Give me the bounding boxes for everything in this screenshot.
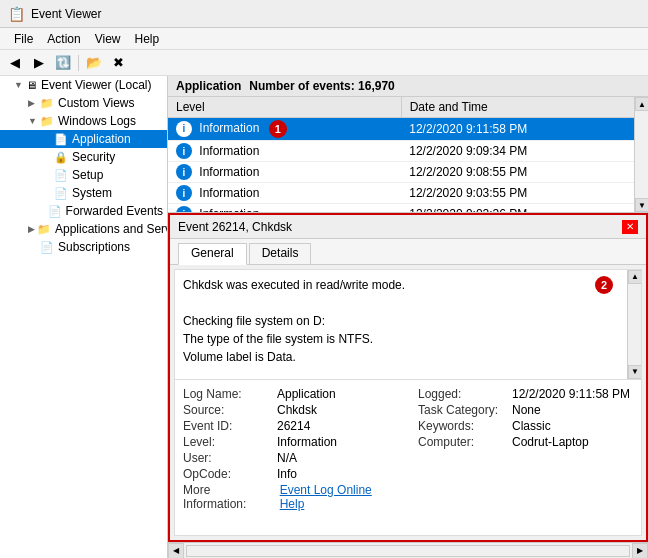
table-row[interactable]: i Information 12/2/2020 9:03:55 PM	[168, 183, 648, 204]
scroll-up-btn[interactable]: ▲	[635, 97, 648, 111]
tree-icon: 🖥	[26, 79, 37, 91]
folder-icon: 📁	[37, 223, 51, 236]
field-label: Event ID:	[183, 419, 273, 433]
field-logged: Logged: 12/2/2020 9:11:58 PM	[418, 386, 633, 402]
col-datetime[interactable]: Date and Time	[401, 97, 648, 118]
level-text: Information	[199, 165, 259, 179]
events-count: Number of events: 16,970	[249, 79, 394, 93]
toolbar-close[interactable]: ✖	[107, 53, 129, 73]
cell-datetime: 12/2/2020 9:08:55 PM	[401, 162, 648, 183]
field-label: Log Name:	[183, 387, 273, 401]
field-label: More Information:	[183, 483, 276, 511]
cell-datetime: 12/2/2020 9:09:34 PM	[401, 141, 648, 162]
field-value: Info	[277, 467, 297, 481]
field-taskcategory: Task Category: None	[418, 402, 633, 418]
tree-label: Forwarded Events	[66, 204, 163, 218]
tree-label: Application	[72, 132, 131, 146]
cell-level: i Information	[168, 162, 401, 183]
toolbar-open[interactable]: 📂	[83, 53, 105, 73]
scroll-left-btn[interactable]: ◀	[168, 543, 184, 559]
field-computer: Computer: Codrut-Laptop	[418, 434, 633, 450]
scroll-down-btn[interactable]: ▼	[635, 198, 648, 212]
level-text: Information	[199, 121, 259, 135]
main-layout: ▼ 🖥 Event Viewer (Local) ▶ 📁 Custom View…	[0, 76, 648, 558]
tree-label: Windows Logs	[58, 114, 136, 128]
level-text: Information	[199, 144, 259, 158]
field-value: None	[512, 403, 541, 417]
cell-datetime: 12/2/2020 9:03:55 PM	[401, 183, 648, 204]
tree-custom-views[interactable]: ▶ 📁 Custom Views	[0, 94, 167, 112]
desc-scrollbar[interactable]: ▲ ▼	[627, 270, 641, 379]
expand-icon: ▶	[28, 98, 38, 108]
info-icon: i	[176, 164, 192, 180]
menu-file[interactable]: File	[8, 30, 39, 48]
field-value: Classic	[512, 419, 551, 433]
detail-tabs: General Details	[170, 239, 646, 265]
tab-general[interactable]: General	[178, 243, 247, 265]
right-panel: Application Number of events: 16,970 Lev…	[168, 76, 648, 558]
tab-details[interactable]: Details	[249, 243, 312, 264]
scroll-right-btn[interactable]: ▶	[632, 543, 648, 559]
tree-event-viewer[interactable]: ▼ 🖥 Event Viewer (Local)	[0, 76, 167, 94]
toolbar-back[interactable]: ◀	[4, 53, 26, 73]
field-value: Application	[277, 387, 336, 401]
field-opcode: OpCode: Info	[183, 466, 398, 482]
tree-windows-logs[interactable]: ▼ 📁 Windows Logs	[0, 112, 167, 130]
horizontal-scrollbar[interactable]	[186, 545, 630, 557]
info-icon: i	[176, 206, 192, 212]
cell-datetime: 12/2/2020 9:02:36 PM	[401, 204, 648, 213]
info-icon: i	[176, 121, 192, 137]
tree-subscriptions[interactable]: 📄 Subscriptions	[0, 238, 167, 256]
field-label: Source:	[183, 403, 273, 417]
col-level[interactable]: Level	[168, 97, 401, 118]
table-row[interactable]: i Information 12/2/2020 9:08:55 PM	[168, 162, 648, 183]
scroll-track	[635, 111, 648, 198]
toolbar-forward[interactable]: ▶	[28, 53, 50, 73]
desc-line-5: Volume label is Data.	[183, 348, 633, 366]
events-table: Level Date and Time i Information 1 12/2…	[168, 97, 648, 212]
events-list-container: Level Date and Time i Information 1 12/2…	[168, 97, 648, 212]
cell-level: i Information 1	[168, 118, 401, 141]
detail-close-button[interactable]: ✕	[622, 220, 638, 234]
field-label: OpCode:	[183, 467, 273, 481]
detail-panel: Event 26214, Chkdsk ✕ General Details Ch…	[168, 213, 648, 542]
tree-security[interactable]: 🔒 Security	[0, 148, 167, 166]
field-eventid: Event ID: 26214	[183, 418, 398, 434]
log-icon: 📄	[54, 169, 68, 182]
tree-label: Setup	[72, 168, 103, 182]
menu-view[interactable]: View	[89, 30, 127, 48]
events-scrollbar[interactable]: ▲ ▼	[634, 97, 648, 212]
desc-scroll-down[interactable]: ▼	[628, 365, 641, 379]
events-header: Application Number of events: 16,970	[168, 76, 648, 97]
fields-left-col: Log Name: Application Source: Chkdsk Eve…	[183, 386, 398, 529]
field-label: Level:	[183, 435, 273, 449]
tree-setup[interactable]: 📄 Setup	[0, 166, 167, 184]
tree-label: System	[72, 186, 112, 200]
detail-title: Event 26214, Chkdsk	[178, 220, 292, 234]
bottom-scrollbar-bar: ◀ ▶	[168, 542, 648, 558]
detail-fields: Log Name: Application Source: Chkdsk Eve…	[175, 380, 641, 535]
badge-1: 1	[269, 120, 287, 138]
field-user: User: N/A	[183, 450, 398, 466]
menu-action[interactable]: Action	[41, 30, 86, 48]
field-keywords: Keywords: Classic	[418, 418, 633, 434]
expand-icon: ▼	[28, 116, 38, 126]
table-row[interactable]: i Information 12/2/2020 9:09:34 PM	[168, 141, 648, 162]
menu-help[interactable]: Help	[129, 30, 166, 48]
desc-scroll-up[interactable]: ▲	[628, 270, 641, 284]
toolbar-separator	[78, 55, 79, 71]
event-log-online-help-link[interactable]: Event Log Online Help	[280, 483, 398, 511]
table-row[interactable]: i Information 1 12/2/2020 9:11:58 PM	[168, 118, 648, 141]
app-icon: 📋	[8, 6, 25, 22]
detail-title-bar: Event 26214, Chkdsk ✕	[170, 215, 646, 239]
toolbar-refresh[interactable]: 🔃	[52, 53, 74, 73]
tree-forwarded[interactable]: 📄 Forwarded Events	[0, 202, 167, 220]
tree-system[interactable]: 📄 System	[0, 184, 167, 202]
toolbar: ◀ ▶ 🔃 📂 ✖	[0, 50, 648, 76]
cell-level: i Information	[168, 141, 401, 162]
tree-app-services[interactable]: ▶ 📁 Applications and Services Lo...	[0, 220, 167, 238]
field-level: Level: Information	[183, 434, 398, 450]
field-label: Task Category:	[418, 403, 508, 417]
table-row[interactable]: i Information 12/2/2020 9:02:36 PM	[168, 204, 648, 213]
tree-application[interactable]: 📄 Application	[0, 130, 167, 148]
